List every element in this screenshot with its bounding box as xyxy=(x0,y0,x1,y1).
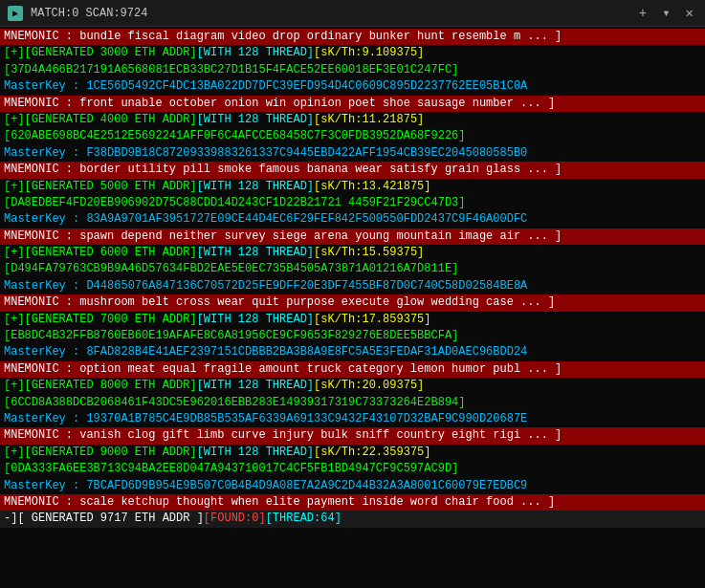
line-20: MNEMONIC : option meat equal fragile amo… xyxy=(0,361,705,378)
line-28: MNEMONIC : scale ketchup thought when el… xyxy=(0,494,705,511)
add-tab-button[interactable]: + xyxy=(635,6,650,21)
line-5: [+][GENERATED 4000 ETH ADDR][WITH 128 TH… xyxy=(0,112,705,128)
line-26: [0DA333FA6EE3B713C94BA2EE8D047A943710017… xyxy=(0,461,705,477)
dropdown-button[interactable]: ▾ xyxy=(658,5,673,21)
line-3: MasterKey : 1CE56D5492CF4DC13BA022DD7DFC… xyxy=(0,78,705,95)
line-25: [+][GENERATED 9000 ETH ADDR][WITH 128 TH… xyxy=(0,445,705,461)
line-13: [+][GENERATED 6000 ETH ADDR][WITH 128 TH… xyxy=(0,245,705,261)
line-10: [DA8EDBEF4FD20EB906902D75C88CDD14D243CF1… xyxy=(0,195,705,211)
line-17: [+][GENERATED 7000 ETH ADDR][WITH 128 TH… xyxy=(0,312,705,328)
line-9: [+][GENERATED 5000 ETH ADDR][WITH 128 TH… xyxy=(0,179,705,195)
line-18: [EB8DC4B32FFB8760EB60E19AFAFE8C6A81956CE… xyxy=(0,328,705,344)
line-21: [+][GENERATED 8000 ETH ADDR][WITH 128 TH… xyxy=(0,378,705,394)
line-6: [620ABE698BC4E2512E5692241AFF0F6C4AFCCE6… xyxy=(0,128,705,144)
line-16: MNEMONIC : mushroom belt cross wear quit… xyxy=(0,294,705,311)
line-12: MNEMONIC : spawn depend neither survey s… xyxy=(0,229,705,245)
line-7: MasterKey : F38DBD9B18C87209339883261337… xyxy=(0,145,705,162)
line-19: MasterKey : 8FAD828B4E41AEF2397151CDBBB2… xyxy=(0,344,705,360)
line-15: MasterKey : D44865076A847136C70572D25FE9… xyxy=(0,278,705,294)
line-27: MasterKey : 7BCAFD6D9B954E9B507C0B4B4D9A… xyxy=(0,478,705,494)
title-bar: ▶ MATCH:0 SCAN:9724 + ▾ ✕ xyxy=(0,0,705,27)
line-4: MNEMONIC : front unable october onion wi… xyxy=(0,96,705,112)
line-29: -][ GENERATED 9717 ETH ADDR ][FOUND:0][T… xyxy=(0,511,705,527)
line-23: MasterKey : 19370A1B785C4E9DB85B535AF633… xyxy=(0,411,705,427)
line-0: MNEMONIC : bundle fiscal diagram video d… xyxy=(0,29,705,45)
line-1: [+][GENERATED 3000 ETH ADDR][WITH 128 TH… xyxy=(0,45,705,61)
line-22: [6CCD8A388DCB2068461F43DC5E962016EBB283E… xyxy=(0,395,705,411)
close-button[interactable]: ✕ xyxy=(682,5,697,21)
app-icon: ▶ xyxy=(8,6,23,21)
line-14: [D494FA79763CB9B9A46D57634FBD2EAE5E0EC73… xyxy=(0,261,705,277)
line-8: MNEMONIC : border utility pill smoke fam… xyxy=(0,162,705,178)
line-24: MNEMONIC : vanish clog gift limb curve i… xyxy=(0,427,705,444)
line-2: [37D4A466B217191A6568081ECB33BC27D1B15F4… xyxy=(0,62,705,78)
title-text: MATCH:0 SCAN:9724 xyxy=(31,7,628,20)
content-area: MNEMONIC : bundle fiscal diagram video d… xyxy=(0,27,705,588)
line-11: MasterKey : 83A9A9701AF3951727E09CE44D4E… xyxy=(0,211,705,228)
